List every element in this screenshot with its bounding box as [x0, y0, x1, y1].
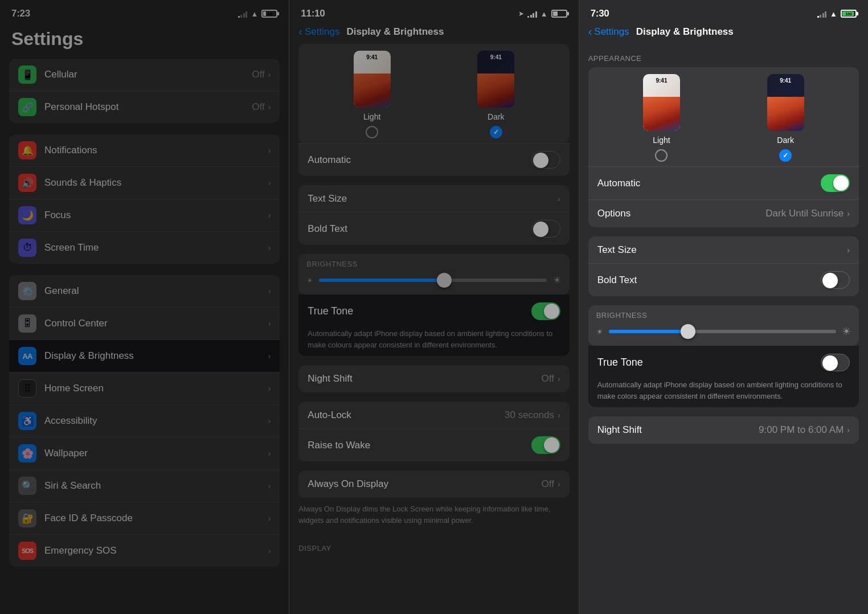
text-size-row-right[interactable]: Text Size › — [588, 236, 859, 264]
general-chevron: › — [268, 286, 271, 296]
true-tone-desc-text-mid: Automatically adapt iPhone display based… — [308, 329, 552, 349]
back-button-right[interactable]: ‹ Settings — [588, 25, 629, 38]
raise-to-wake-knob-mid — [544, 437, 559, 453]
light-radio-right[interactable] — [655, 149, 668, 162]
light-option-mid[interactable]: 9:41 Light — [354, 51, 391, 138]
sounds-label: Sounds & Haptics — [44, 177, 268, 189]
sos-chevron: › — [268, 546, 271, 555]
notifications-label: Notifications — [44, 145, 268, 156]
right-scroll[interactable]: APPEARANCE 9:41 Light 9:41 Dark — [579, 44, 868, 607]
settings-row-controlcenter[interactable]: 🎛 Control Center › — [9, 308, 280, 340]
true-tone-row-mid: True Tone — [298, 294, 569, 328]
status-icons-right: ▲ 100 — [817, 10, 857, 18]
mid-scroll[interactable]: 9:41 Light 9:41 Dark ✓ — [289, 44, 578, 607]
night-shift-row-right[interactable]: Night Shift 9:00 PM to 6:00 AM › — [588, 416, 859, 444]
settings-row-display[interactable]: AA Display & Brightness › — [9, 340, 280, 373]
appearance-section-label-right: APPEARANCE — [579, 54, 868, 67]
light-time-mid: 9:41 — [354, 54, 391, 60]
settings-row-sounds[interactable]: 🔊 Sounds & Haptics › — [9, 167, 280, 199]
brightness-label-mid: BRIGHTNESS — [306, 260, 561, 268]
dark-label-right: Dark — [777, 136, 794, 145]
bold-text-toggle-mid[interactable] — [531, 220, 560, 238]
raise-to-wake-row-mid[interactable]: Raise to Wake — [298, 429, 569, 461]
back-chevron-right: ‹ — [588, 25, 592, 38]
status-time-mid: 11:10 — [301, 8, 325, 19]
dark-radio-mid[interactable]: ✓ — [490, 126, 502, 138]
true-tone-desc-mid: Automatically adapt iPhone display based… — [298, 328, 569, 356]
settings-row-accessibility[interactable]: ♿ Accessibility › — [9, 405, 280, 437]
automatic-row-mid[interactable]: Automatic — [298, 144, 569, 176]
settings-row-wallpaper[interactable]: 🌸 Wallpaper › — [9, 437, 280, 470]
accessibility-icon: ♿ — [18, 412, 36, 430]
back-button-mid[interactable]: ‹ Settings — [298, 25, 339, 38]
automatic-knob-right — [833, 175, 849, 191]
night-shift-row-mid[interactable]: Night Shift Off › — [298, 365, 569, 392]
brightness-track-right[interactable] — [609, 330, 836, 333]
brightness-thumb-mid[interactable] — [437, 273, 452, 288]
true-tone-toggle-mid[interactable] — [531, 302, 560, 320]
battery-icon-left: 14 — [261, 10, 277, 18]
brightness-track-mid[interactable] — [319, 279, 546, 282]
settings-row-general[interactable]: ⚙️ General › — [9, 275, 280, 308]
brightness-slider-mid[interactable]: ☀ ☀ — [306, 274, 561, 286]
dark-thumb-right: 9:41 — [767, 74, 804, 131]
settings-group-3: ⚙️ General › 🎛 Control Center › AA Displ… — [9, 275, 280, 567]
status-bar-mid: 11:10 ➤ ▲ — [289, 0, 578, 23]
dark-time-right: 9:41 — [767, 77, 804, 84]
light-radio-mid[interactable] — [366, 126, 378, 138]
brightness-thumb-right[interactable] — [681, 324, 695, 339]
night-shift-label-mid: Night Shift — [308, 373, 541, 384]
automatic-label-right: Automatic — [597, 178, 821, 189]
light-option-right[interactable]: 9:41 Light — [643, 74, 680, 162]
auto-lock-row-mid[interactable]: Auto-Lock 30 seconds › — [298, 402, 569, 429]
text-size-row-mid[interactable]: Text Size › — [298, 185, 569, 212]
true-tone-toggle-right[interactable] — [821, 354, 850, 371]
settings-row-hotspot[interactable]: 🔗 Personal Hotspot Off › — [9, 91, 280, 123]
cellular-chevron: › — [268, 70, 271, 79]
settings-row-siri[interactable]: 🔍 Siri & Search › — [9, 470, 280, 502]
always-on-desc-mid: Always On Display dims the Lock Screen w… — [289, 500, 578, 534]
bold-text-row-mid[interactable]: Bold Text — [298, 212, 569, 245]
siri-icon: 🔍 — [18, 477, 36, 495]
text-size-label-mid: Text Size — [308, 193, 558, 204]
settings-row-cellular[interactable]: 📱 Cellular Off › — [9, 59, 280, 91]
focus-icon: 🌙 — [18, 206, 36, 224]
settings-group-1: 📱 Cellular Off › 🔗 Personal Hotspot Off … — [9, 59, 280, 123]
night-shift-group-right: Night Shift 9:00 PM to 6:00 AM › — [588, 416, 859, 444]
automatic-toggle-mid[interactable] — [531, 151, 560, 169]
sounds-icon: 🔊 — [18, 174, 36, 192]
dark-time-mid: 9:41 — [477, 54, 514, 60]
settings-row-faceid[interactable]: 🔐 Face ID & Passcode › — [9, 502, 280, 535]
bold-text-toggle-right[interactable] — [821, 271, 850, 289]
true-tone-label-mid: True Tone — [308, 305, 531, 317]
settings-row-homescreen[interactable]: ⠿ Home Screen › — [9, 373, 280, 405]
settings-row-screentime[interactable]: ⏱ Screen Time › — [9, 232, 280, 264]
bold-text-row-right[interactable]: Bold Text — [588, 264, 859, 296]
light-label-right: Light — [653, 136, 670, 145]
nav-title-right: Display & Brightness — [636, 26, 734, 38]
brightness-slider-right[interactable]: ☀ ☀ — [596, 325, 851, 338]
display-section-label-mid: DISPLAY — [289, 544, 578, 557]
always-on-row-mid[interactable]: Always On Display Off › — [298, 470, 569, 498]
automatic-row-right[interactable]: Automatic — [588, 167, 859, 200]
auto-lock-label-mid: Auto-Lock — [308, 410, 505, 421]
automatic-toggle-right[interactable] — [821, 174, 850, 192]
dark-option-mid[interactable]: 9:41 Dark ✓ — [477, 51, 514, 138]
automatic-knob-mid — [533, 153, 548, 168]
dark-radio-right[interactable]: ✓ — [779, 149, 792, 162]
settings-scroll[interactable]: 📱 Cellular Off › 🔗 Personal Hotspot Off … — [0, 59, 289, 614]
raise-to-wake-toggle-mid[interactable] — [531, 436, 560, 454]
nav-title-mid: Display & Brightness — [346, 26, 444, 38]
settings-row-sos[interactable]: SOS Emergency SOS › — [9, 535, 280, 567]
text-size-chevron-mid: › — [558, 194, 560, 203]
screentime-chevron: › — [268, 243, 271, 252]
always-on-value-mid: Off — [542, 478, 554, 490]
back-label-right: Settings — [594, 26, 629, 38]
settings-row-focus[interactable]: 🌙 Focus › — [9, 199, 280, 232]
automatic-group-right: Automatic Options Dark Until Sunrise › — [588, 166, 859, 227]
settings-row-notifications[interactable]: 🔔 Notifications › — [9, 134, 280, 167]
dark-option-right[interactable]: 9:41 Dark ✓ — [767, 74, 804, 162]
text-size-label-right: Text Size — [597, 244, 847, 256]
night-shift-group-mid: Night Shift Off › — [298, 365, 569, 392]
options-row-right[interactable]: Options Dark Until Sunrise › — [588, 200, 859, 227]
